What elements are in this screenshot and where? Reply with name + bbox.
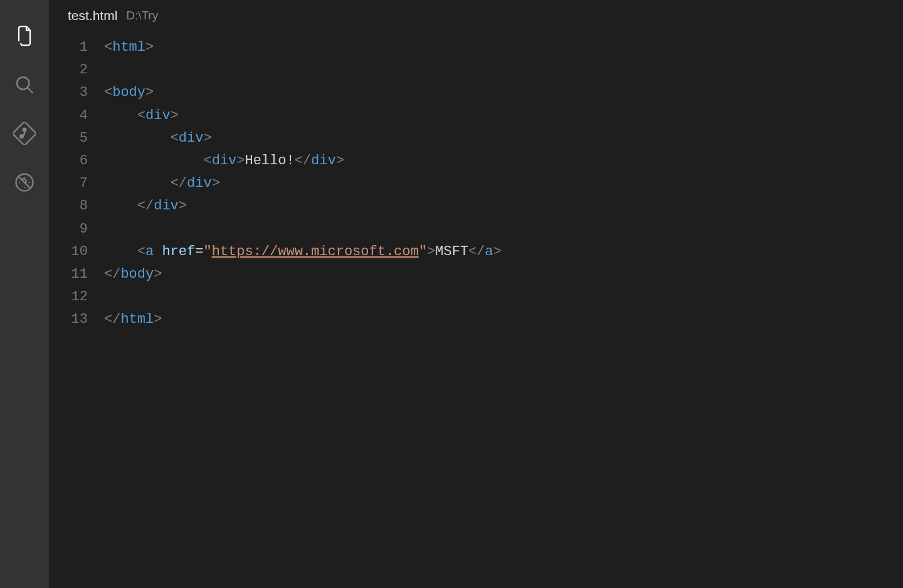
- line-number: 6: [49, 150, 88, 172]
- code-line[interactable]: <div>Hello!</div>: [104, 150, 903, 172]
- code-line[interactable]: <body>: [104, 81, 903, 104]
- line-number: 13: [49, 308, 88, 331]
- activity-debug[interactable]: [0, 159, 49, 208]
- code-line[interactable]: <div>: [104, 127, 903, 150]
- svg-point-3: [23, 129, 26, 132]
- line-number-gutter: 12345678910111213: [49, 36, 104, 588]
- code-line[interactable]: <a href="https://www.microsoft.com">MSFT…: [104, 241, 903, 263]
- code-line[interactable]: [104, 286, 903, 308]
- editor-area: test.html D:\Try 12345678910111213 <html…: [49, 0, 903, 588]
- tab-filename: test.html: [68, 8, 117, 23]
- line-number: 2: [49, 59, 88, 81]
- line-number: 5: [49, 127, 88, 150]
- activity-search[interactable]: [0, 61, 49, 110]
- code-line[interactable]: <html>: [104, 36, 903, 59]
- line-number: 8: [49, 195, 88, 218]
- line-number: 9: [49, 218, 88, 241]
- svg-point-0: [17, 77, 29, 90]
- code-line[interactable]: [104, 59, 903, 81]
- code-line[interactable]: </div>: [104, 172, 903, 195]
- code-line[interactable]: [104, 218, 903, 241]
- code-line[interactable]: </body>: [104, 263, 903, 286]
- tab-path: D:\Try: [126, 9, 158, 23]
- bug-off-icon: [13, 171, 36, 196]
- editor-tab[interactable]: test.html D:\Try: [49, 0, 903, 31]
- code-line[interactable]: </div>: [104, 195, 903, 218]
- activity-bar: [0, 0, 49, 588]
- line-number: 12: [49, 286, 88, 308]
- svg-line-6: [18, 176, 31, 189]
- activity-source-control[interactable]: [0, 110, 49, 159]
- line-number: 10: [49, 241, 88, 263]
- activity-explorer[interactable]: [0, 13, 49, 61]
- line-number: 11: [49, 263, 88, 286]
- svg-line-1: [28, 88, 33, 93]
- code-editor[interactable]: 12345678910111213 <html> <body> <div> <d…: [49, 31, 903, 588]
- code-content[interactable]: <html> <body> <div> <div> <div>Hello!</d…: [104, 36, 903, 588]
- line-number: 7: [49, 172, 88, 195]
- code-line[interactable]: <div>: [104, 105, 903, 127]
- search-icon: [13, 73, 36, 98]
- line-number: 3: [49, 81, 88, 104]
- code-line[interactable]: </html>: [104, 308, 903, 331]
- line-number: 4: [49, 105, 88, 127]
- files-icon: [13, 24, 36, 50]
- line-number: 1: [49, 36, 88, 59]
- app-root: test.html D:\Try 12345678910111213 <html…: [0, 0, 903, 588]
- git-icon: [13, 122, 36, 147]
